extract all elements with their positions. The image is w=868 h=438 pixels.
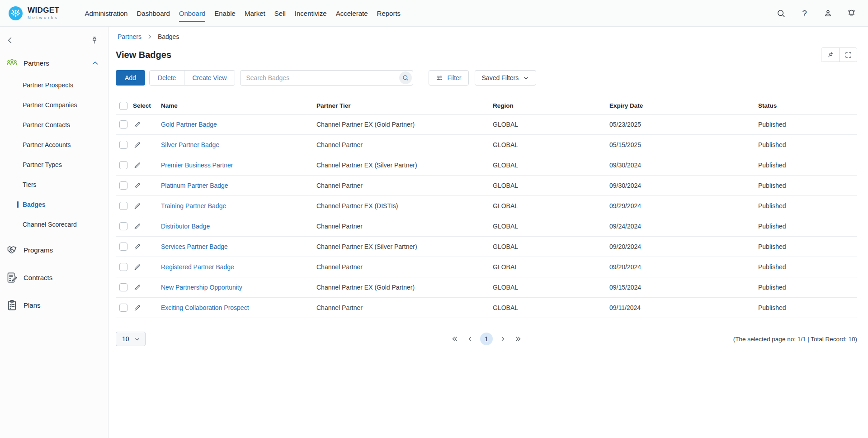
- sidebar-item[interactable]: Partner Types: [0, 155, 108, 175]
- partner-tier-cell: Channel Partner EX (Silver Partner): [316, 162, 493, 169]
- row-checkbox[interactable]: [119, 263, 127, 271]
- badge-name-link[interactable]: New Partnership Opportunity: [161, 284, 242, 291]
- create-view-button[interactable]: Create View: [184, 71, 235, 85]
- badge-name-link[interactable]: Registered Partner Badge: [161, 263, 234, 271]
- row-checkbox[interactable]: [119, 141, 127, 149]
- edit-pencil-icon[interactable]: [133, 161, 142, 170]
- sidebar-group-plans[interactable]: Plans: [0, 293, 108, 317]
- row-checkbox[interactable]: [119, 181, 127, 190]
- chevron-up-icon: [91, 59, 99, 67]
- sidebar-item[interactable]: Partner Accounts: [0, 135, 108, 155]
- edit-pencil-icon[interactable]: [133, 181, 142, 190]
- sidebar-item[interactable]: Tiers: [0, 175, 108, 195]
- badge-name-link[interactable]: Exciting Collaboration Prospect: [161, 304, 249, 311]
- edit-pencil-icon[interactable]: [133, 202, 142, 210]
- delete-button[interactable]: Delete: [150, 71, 184, 85]
- badge-name-link[interactable]: Platinum Partner Badge: [161, 182, 228, 189]
- row-checkbox[interactable]: [119, 283, 127, 291]
- partner-tier-cell: Channel Partner EX (DISTIs): [316, 202, 493, 209]
- search-icon[interactable]: [776, 9, 786, 18]
- badge-name-link[interactable]: Training Partner Badge: [161, 202, 226, 209]
- row-checkbox[interactable]: [119, 304, 127, 312]
- sidebar-group-programs[interactable]: Programs: [0, 238, 108, 262]
- logo-title: WIDGET: [28, 6, 59, 14]
- sidebar-group-label: Contracts: [24, 274, 99, 281]
- status-cell: Published: [758, 223, 857, 230]
- edit-pencil-icon[interactable]: [133, 141, 142, 149]
- row-checkbox[interactable]: [119, 222, 127, 230]
- topbar: WIDGET Networks Administration Dashboard…: [0, 0, 868, 27]
- edit-pencil-icon[interactable]: [133, 304, 142, 312]
- nav-item[interactable]: Accelerate: [331, 7, 373, 19]
- help-icon[interactable]: ?: [800, 9, 809, 18]
- search-input[interactable]: [240, 70, 413, 86]
- edit-pencil-icon[interactable]: [133, 243, 142, 251]
- nav-item[interactable]: Incentivize: [290, 7, 331, 19]
- sidebar-group-partners[interactable]: Partners: [0, 51, 108, 75]
- partner-tier-cell: Channel Partner EX (Silver Partner): [316, 243, 493, 250]
- current-page-indicator[interactable]: 1: [480, 333, 493, 345]
- badge-name-link[interactable]: Premier Business Partner: [161, 162, 233, 169]
- chevron-down-icon: [523, 75, 529, 81]
- badge-name-link[interactable]: Services Partner Badge: [161, 243, 228, 250]
- nav-item[interactable]: Reports: [373, 7, 406, 19]
- edit-pencil-icon[interactable]: [133, 120, 142, 129]
- nav-item[interactable]: Market: [240, 7, 270, 19]
- breadcrumb-current: Badges: [158, 33, 179, 40]
- select-all-checkbox[interactable]: [119, 102, 127, 110]
- sidebar-item[interactable]: Partner Contacts: [0, 115, 108, 135]
- row-checkbox[interactable]: [119, 161, 127, 169]
- last-page-button[interactable]: [513, 333, 524, 344]
- status-cell: Published: [758, 202, 857, 209]
- topbar-actions: ?: [776, 9, 856, 18]
- table-row: Distributor Badge Channel Partner GLOBAL…: [116, 216, 857, 237]
- page-title: View Badges: [116, 50, 171, 60]
- partner-tier-cell: Channel Partner: [316, 182, 493, 189]
- nav-item[interactable]: Dashboard: [132, 7, 174, 19]
- user-icon[interactable]: [823, 9, 833, 18]
- nav-item[interactable]: Sell: [270, 7, 290, 19]
- column-expiry-date: Expiry Date: [609, 102, 758, 109]
- page-size-select[interactable]: 10: [116, 332, 146, 346]
- row-checkbox[interactable]: [119, 202, 127, 210]
- expiry-date-cell: 09/11/2024: [609, 304, 758, 311]
- badge-name-link[interactable]: Silver Partner Badge: [161, 141, 219, 148]
- row-checkbox[interactable]: [119, 243, 127, 251]
- edit-pencil-icon[interactable]: [133, 283, 142, 292]
- first-page-button[interactable]: [449, 333, 460, 344]
- record-summary: (The selected page no: 1/1 | Total Recor…: [733, 336, 857, 343]
- nav-item[interactable]: Onboard: [175, 7, 210, 19]
- badge-name-link[interactable]: Distributor Badge: [161, 223, 210, 230]
- widget-logo-icon: [8, 6, 23, 21]
- sidebar-item[interactable]: Channel Scorecard: [0, 214, 108, 234]
- region-cell: GLOBAL: [493, 162, 609, 169]
- edit-pencil-icon[interactable]: [133, 222, 142, 231]
- app-logo[interactable]: WIDGET Networks: [8, 6, 59, 21]
- add-button[interactable]: Add: [116, 70, 145, 86]
- next-page-button[interactable]: [497, 333, 508, 344]
- nav-item[interactable]: Administration: [80, 7, 132, 19]
- sidebar-item[interactable]: Badges: [0, 195, 108, 214]
- sidebar-item[interactable]: Partner Prospects: [0, 75, 108, 95]
- sidebar-item[interactable]: Partner Companies: [0, 95, 108, 115]
- main-content: Partners Badges View Badges: [108, 27, 868, 438]
- prev-page-button[interactable]: [465, 333, 476, 344]
- nav-item[interactable]: Enable: [210, 7, 240, 19]
- pin-view-button[interactable]: [821, 48, 839, 62]
- sidebar-group-contracts[interactable]: Contracts: [0, 266, 108, 290]
- sidebar-pin-icon[interactable]: [90, 36, 99, 45]
- column-partner-tier: Partner Tier: [316, 102, 493, 109]
- column-name: Name: [161, 102, 316, 109]
- saved-filters-button[interactable]: Saved Filters: [475, 70, 537, 86]
- region-cell: GLOBAL: [493, 223, 609, 230]
- row-checkbox[interactable]: [119, 120, 127, 129]
- edit-pencil-icon[interactable]: [133, 263, 142, 271]
- sidebar-group-label: Plans: [24, 301, 99, 309]
- bell-icon[interactable]: [847, 9, 856, 18]
- badge-name-link[interactable]: Gold Partner Badge: [161, 121, 217, 128]
- clipboard-checklist-icon: [6, 299, 18, 311]
- sidebar-back-button[interactable]: [5, 36, 14, 45]
- breadcrumb-partners-link[interactable]: Partners: [118, 33, 142, 40]
- expand-view-button[interactable]: [839, 48, 857, 62]
- filter-button[interactable]: Filter: [429, 70, 468, 86]
